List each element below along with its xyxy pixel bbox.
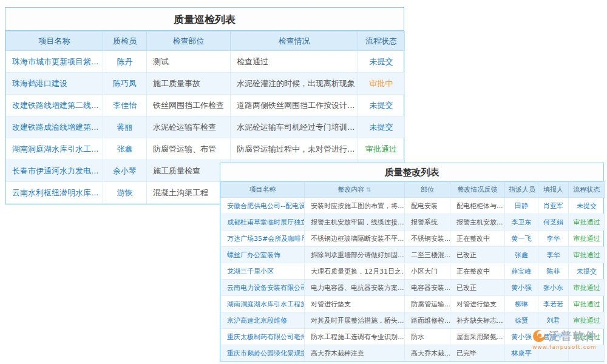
part-cell: 高大乔木栽... <box>405 345 450 362</box>
workflow-status-cell: 审批通过 <box>569 247 605 263</box>
inspector-cell[interactable]: 陈丹 <box>103 51 147 73</box>
inspection-row[interactable]: 珠海市城市更新项目紫... 陈丹 测试 检查通过 未提交 <box>6 51 405 73</box>
check-situation-cell: 水泥砼运输车司机经过专门培训... <box>231 116 358 138</box>
rectification-row[interactable]: 湖南洞庭湖水库引水工程施工标... 对管进行垫支 防腐管运输... 对管进行垫支… <box>221 296 605 312</box>
inspection-row[interactable]: 改建铁路成渝线增建第... 蒋丽 水泥砼运输车检查 水泥砼运输车司机经过专门培训… <box>6 116 405 138</box>
rectify-content-cell: 拆除到承重墙部分请做好加固... <box>305 247 405 263</box>
assignee-cell[interactable]: 黄一飞 <box>505 231 538 247</box>
col-check-location: 检查部位 <box>147 32 231 51</box>
rectify-content-cell: 不锈钢边框玻璃隔断安装不平... <box>305 231 405 247</box>
project-name-cell[interactable]: 珠海鹤港口建设 <box>6 73 103 95</box>
feedback-cell: 正在整改中 <box>450 263 505 280</box>
assignee-cell[interactable]: 薛宝峰 <box>505 263 538 280</box>
assignee-cell[interactable]: 黄小强 <box>505 280 538 296</box>
part-cell: 路面维修检... <box>405 312 450 329</box>
check-location-cell: 水泥砼运输车检查 <box>147 116 231 138</box>
workflow-status-cell: 审批通过 <box>569 280 605 296</box>
reporter-cell[interactable]: 张小东 <box>538 280 569 296</box>
workflow-status-cell: 审批中 <box>358 73 405 95</box>
inspector-cell[interactable]: 游恢 <box>103 182 147 204</box>
rectify-content-cell: 安装时应按施工图的布置，将... <box>305 198 405 214</box>
rectify-content-cell: 对其及时开展整治措施，桥头... <box>305 312 405 329</box>
inspection-row[interactable]: 改建铁路线增建第二线... 李佳怡 铁丝网围挡工作检查 道路两侧铁丝网围挡工作按… <box>6 95 405 116</box>
inspection-row[interactable]: 湖南洞庭湖水库引水工... 张鑫 防腐管运输、布管 防腐管运输过程中，未对管进行… <box>6 138 405 160</box>
inspection-row[interactable]: 珠海鹤港口建设 陈巧凤 施工质量事故 水泥砼灌注的时候，出现离析现象 审批中 <box>6 73 405 95</box>
reporter-cell[interactable]: 肖亚军 <box>538 198 569 214</box>
feedback-cell: 屋面采用聚氨... <box>450 329 505 345</box>
assignee-cell[interactable]: 徐贤 <box>505 312 538 329</box>
reporter-cell[interactable]: 李若若 <box>538 296 569 312</box>
reporter-cell[interactable]: 李华 <box>538 247 569 263</box>
project-name-cell[interactable]: 湖南洞庭湖水库引水工程施工标... <box>221 296 305 312</box>
project-name-cell[interactable]: 长春市伊通河水力发电... <box>6 160 103 182</box>
rectification-row[interactable]: 万达广场35#会所及咖啡厅空... 不锈钢边框玻璃隔断安装不平... 不锈钢安装… <box>221 231 605 247</box>
watermark-brand: 泛普软件 <box>549 329 597 343</box>
project-name-cell[interactable]: 螺丝厂办公室装饰 <box>221 247 305 263</box>
rectification-row[interactable]: 龙湖三千里小区 大理石质量更换，12月31日之... 小区大门 正在整改中 薛宝… <box>221 263 605 280</box>
col-assignee: 指派人员 <box>505 182 538 198</box>
project-name-cell[interactable]: 安徽合肥供电公司--配电设备... <box>221 198 305 214</box>
rectification-header-row: 项目名称 整改内容⇅ 部位 整改情况反馈 指派人员 填报人 流程状态 <box>221 182 605 198</box>
rectification-row[interactable]: 螺丝厂办公室装饰 拆除到承重墙部分请做好加固... 二至三楼混... 已改正 张… <box>221 247 605 263</box>
project-name-cell[interactable]: 湖南洞庭湖水库引水工... <box>6 138 103 160</box>
project-name-cell[interactable]: 成都杜甫草堂临时展厅独立展... <box>221 214 305 231</box>
project-name-cell[interactable]: 重庆市鹅岭公园绿化景观提升... <box>221 345 305 362</box>
part-cell: 电容器安装... <box>405 280 450 296</box>
part-cell: 小区大门 <box>405 263 450 280</box>
project-name-cell[interactable]: 云南电力设备安装有限公司20... <box>221 280 305 296</box>
sort-icon[interactable]: ⇅ <box>366 186 371 193</box>
project-name-cell[interactable]: 重庆太极制药有限公司亳州中... <box>221 329 305 345</box>
rectify-content-cell: 防水工程施工选调有专业识别... <box>305 329 405 345</box>
check-situation-cell: 道路两侧铁丝网围挡工作按设计... <box>231 95 358 116</box>
rectify-content-cell: 高大乔木栽种注意 <box>305 345 405 362</box>
project-name-cell[interactable]: 万达广场35#会所及咖啡厅空... <box>221 231 305 247</box>
inspector-cell[interactable]: 陈巧凤 <box>103 73 147 95</box>
inspector-cell[interactable]: 蒋丽 <box>103 116 147 138</box>
inspector-cell[interactable]: 余小琴 <box>103 160 147 182</box>
feedback-cell: 已改正 <box>450 247 505 263</box>
assignee-cell[interactable]: 张鑫 <box>505 247 538 263</box>
assignee-cell[interactable]: 李卫东 <box>505 214 538 231</box>
col-part: 部位 <box>405 182 450 198</box>
rectification-row[interactable]: 成都杜甫草堂临时展厅独立展... 报警主机安放牢固，线缆连接... 报警系统 报… <box>221 214 605 231</box>
col-reporter: 填报人 <box>538 182 569 198</box>
col-project-name: 项目名称 <box>6 32 103 51</box>
part-cell: 不锈钢安装... <box>405 231 450 247</box>
rectification-row[interactable]: 云南电力设备安装有限公司20... 电力电容器、电抗器安装方案... 电容器安装… <box>221 280 605 296</box>
workflow-status-cell: 审批通过 <box>569 296 605 312</box>
workflow-status-cell: 未提交 <box>358 51 405 73</box>
reporter-cell[interactable]: 陈菲 <box>538 263 569 280</box>
feedback-cell: 报警主机安放... <box>450 214 505 231</box>
project-name-cell[interactable]: 改建铁路线增建第二线... <box>6 95 103 116</box>
feedback-cell: 已改正 <box>450 280 505 296</box>
rectification-row[interactable]: 安徽合肥供电公司--配电设备... 安装时应按施工图的布置，将... 配电安装 … <box>221 198 605 214</box>
check-location-cell: 混凝土沟渠工程 <box>147 182 231 204</box>
assignee-cell[interactable]: 柳琳 <box>505 296 538 312</box>
project-name-cell[interactable]: 改建铁路成渝线增建第... <box>6 116 103 138</box>
reporter-cell[interactable]: 何芝娟 <box>538 214 569 231</box>
workflow-status-cell: 未提交 <box>569 263 605 280</box>
inspection-list-title: 质量巡检列表 <box>5 8 404 31</box>
rectify-content-cell: 对管进行垫支 <box>305 296 405 312</box>
col-rectify-content-label: 整改内容 <box>337 186 364 194</box>
inspector-cell[interactable]: 张鑫 <box>103 138 147 160</box>
reporter-cell[interactable]: 刘君 <box>538 312 569 329</box>
reporter-cell[interactable]: 李华 <box>538 231 569 247</box>
feedback-cell: 配电柜柜体与... <box>450 198 505 214</box>
project-name-cell[interactable]: 龙湖三千里小区 <box>221 263 305 280</box>
workflow-status-cell: 审批通过 <box>358 138 405 160</box>
project-name-cell[interactable]: 京沪高速北京段维修 <box>221 312 305 329</box>
inspector-cell[interactable]: 李佳怡 <box>103 95 147 116</box>
assignee-cell[interactable]: 田静 <box>505 198 538 214</box>
project-name-cell[interactable]: 珠海市城市更新项目紫... <box>6 51 103 73</box>
rectification-list-title: 质量整改列表 <box>220 163 603 181</box>
rectification-row[interactable]: 京沪高速北京段维修 对其及时开展整治措施，桥头... 路面维修检... 补齐缺失… <box>221 312 605 329</box>
check-location-cell: 施工质量事故 <box>147 73 231 95</box>
project-name-cell[interactable]: 云南水利枢纽潜明水库... <box>6 182 103 204</box>
part-cell: 二至三楼混... <box>405 247 450 263</box>
workflow-status-cell: 审批通过 <box>569 231 605 247</box>
workflow-status-cell: 审批通过 <box>569 214 605 231</box>
check-location-cell: 测试 <box>147 51 231 73</box>
col-rectify-content[interactable]: 整改内容⇅ <box>305 182 405 198</box>
col-check-situation: 检查情况 <box>231 32 358 51</box>
